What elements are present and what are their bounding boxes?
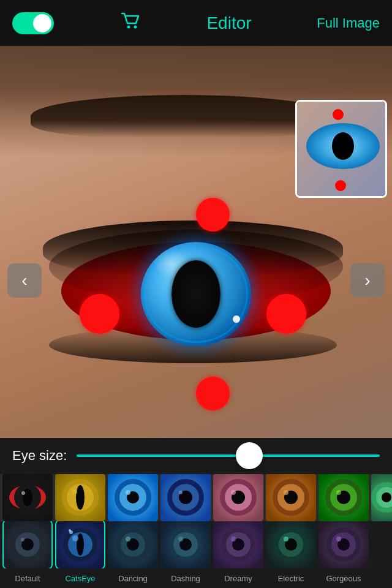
thumb-pupil	[332, 132, 354, 160]
eye-thumbnail	[295, 100, 387, 198]
svg-point-36	[21, 538, 24, 541]
main-image-area: ‹ ›	[0, 46, 392, 438]
svg-point-46	[126, 537, 130, 541]
eye-option-default[interactable]	[2, 521, 53, 568]
svg-point-54	[231, 537, 236, 541]
eye-option-dark[interactable]	[2, 474, 53, 521]
eye-option-dancing[interactable]	[108, 521, 158, 568]
eye-option-blue[interactable]	[108, 474, 158, 521]
label-dashing: Dashing	[160, 574, 211, 583]
control-dot-left[interactable]	[80, 294, 119, 334]
eye-option-dark-blue[interactable]	[160, 474, 211, 521]
slider-track	[77, 454, 380, 457]
eyebrow	[31, 95, 337, 138]
svg-point-9	[72, 489, 77, 494]
label-dancing: Dancing	[108, 574, 158, 583]
eye-option-amber[interactable]	[266, 474, 316, 521]
label-electric: Electric	[266, 574, 316, 583]
eye-option-catseye[interactable]	[55, 521, 105, 568]
eye-option-dashing[interactable]	[160, 521, 211, 568]
eye-option-gorgeous[interactable]	[318, 521, 369, 568]
control-dot-bottom[interactable]	[196, 377, 230, 410]
svg-point-17	[179, 491, 183, 494]
svg-point-58	[284, 537, 288, 541]
slider-knob[interactable]	[236, 442, 263, 469]
slider-track-wrap[interactable]	[77, 443, 380, 468]
bottom-panel: Eye size:	[0, 438, 392, 588]
label-row: Default CatsEye Dancing Dashing Dreamy E…	[0, 568, 392, 588]
slider-label: Eye size:	[12, 448, 67, 464]
svg-point-50	[178, 537, 183, 541]
eye-option-pink[interactable]	[213, 474, 263, 521]
svg-point-29	[336, 490, 341, 495]
svg-point-13	[126, 490, 130, 495]
cart-icon[interactable]	[119, 10, 141, 36]
slider-section: Eye size:	[0, 438, 392, 474]
control-dot-right[interactable]	[266, 294, 306, 334]
eye-option-dreamy[interactable]	[213, 521, 263, 568]
control-dot-top[interactable]	[196, 198, 230, 232]
label-dreamy: Dreamy	[213, 574, 263, 583]
thumbnail-image	[297, 102, 385, 196]
eye-option-yellow-slit[interactable]	[55, 474, 105, 521]
svg-point-62	[336, 537, 341, 541]
svg-point-1	[134, 26, 137, 29]
toggle-knob	[33, 14, 51, 32]
cat-eye-lens	[141, 242, 251, 346]
svg-point-25	[284, 490, 288, 495]
chevron-right-icon: ›	[364, 271, 370, 290]
svg-point-32	[382, 492, 391, 502]
chevron-left-icon: ‹	[21, 271, 27, 290]
svg-point-4	[23, 489, 32, 506]
eye-row-1	[0, 474, 392, 521]
eye-option-green[interactable]	[318, 474, 369, 521]
label-catseye: CatsEye	[55, 574, 105, 583]
svg-point-42	[69, 529, 71, 532]
svg-point-8	[76, 485, 85, 510]
label-default: Default	[2, 574, 53, 583]
highlight	[233, 315, 240, 323]
full-image-button[interactable]: Full Image	[317, 15, 380, 31]
top-bar: Editor Full Image	[0, 0, 392, 46]
svg-point-5	[21, 491, 25, 495]
next-arrow-button[interactable]: ›	[350, 263, 385, 298]
eye-option-electric[interactable]	[266, 521, 316, 568]
label-gorgeous: Gorgeous	[318, 574, 369, 583]
eye-row-2	[0, 521, 392, 568]
thumb-dot-top	[333, 109, 344, 120]
page-title: Editor	[206, 13, 251, 33]
toggle-button[interactable]	[12, 12, 54, 34]
prev-arrow-button[interactable]: ‹	[7, 263, 42, 298]
svg-point-0	[127, 26, 130, 29]
eye-option-extra[interactable]	[371, 474, 392, 521]
toggle-switch[interactable]	[12, 12, 54, 34]
pupil	[172, 260, 221, 328]
svg-point-40	[72, 535, 78, 541]
thumb-dot-bottom	[335, 180, 346, 191]
svg-point-21	[231, 490, 236, 495]
thumb-eye	[306, 123, 380, 169]
